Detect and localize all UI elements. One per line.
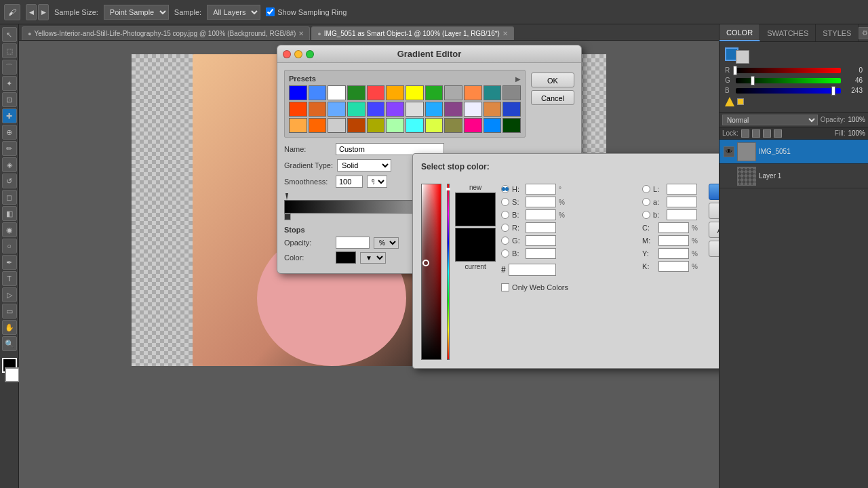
r-slider[interactable] <box>736 68 841 73</box>
h-radio[interactable] <box>501 185 509 193</box>
background-color-swatch[interactable] <box>736 50 749 64</box>
preset-item-27[interactable] <box>347 118 366 133</box>
lasso-tool[interactable]: ⌒ <box>2 60 17 75</box>
preset-item-10[interactable] <box>484 85 502 100</box>
preset-item-20[interactable] <box>444 102 462 117</box>
g-slider-thumb[interactable] <box>751 76 755 85</box>
s-input[interactable]: 0 <box>526 197 556 207</box>
color-swatch[interactable] <box>336 251 356 264</box>
preset-item-32[interactable] <box>444 118 462 133</box>
b-radio[interactable] <box>501 211 509 219</box>
tool-next-icon[interactable]: ▶ <box>38 4 49 20</box>
s-radio[interactable] <box>501 198 509 206</box>
color-arrow-select[interactable]: ▼ <box>360 252 386 264</box>
lock-pixels-icon[interactable] <box>741 129 749 138</box>
type-tool[interactable]: T <box>2 271 17 286</box>
maximize-button[interactable] <box>306 50 314 58</box>
a-radio[interactable] <box>642 198 650 206</box>
path-tool[interactable]: ▷ <box>2 287 17 302</box>
r-radio[interactable] <box>501 224 509 232</box>
r-input[interactable]: 0 <box>526 222 556 233</box>
g-radio[interactable] <box>501 237 509 245</box>
preset-item-19[interactable] <box>425 102 443 117</box>
cp-add-swatches-button[interactable]: Add To Swatches <box>709 222 719 238</box>
eyedropper-tool active[interactable]: ✚ <box>2 108 17 123</box>
layer-item-layer1[interactable]: Layer 1 <box>719 164 868 188</box>
sample-select[interactable]: All Layers <box>207 5 260 20</box>
preset-item-12[interactable] <box>289 102 307 117</box>
h-input[interactable]: 0 <box>526 184 556 195</box>
gradient-type-select[interactable]: Solid <box>337 159 391 171</box>
preset-item-25[interactable] <box>309 118 327 133</box>
r-slider-thumb[interactable] <box>733 66 737 75</box>
color-saturation-field[interactable] <box>421 184 441 360</box>
b2-input[interactable]: 0 <box>526 248 556 259</box>
preset-item-21[interactable] <box>464 102 482 117</box>
preset-item-5[interactable] <box>386 85 404 100</box>
opacity-input[interactable] <box>336 237 370 249</box>
top-stop-left[interactable] <box>285 193 288 200</box>
g-slider[interactable] <box>736 78 841 83</box>
preset-item-29[interactable] <box>386 118 404 133</box>
preset-item-9[interactable] <box>464 85 482 100</box>
current-color-swatch[interactable] <box>455 228 496 262</box>
pen-tool[interactable]: ✒ <box>2 255 17 270</box>
select-tool[interactable]: ⬚ <box>2 43 17 58</box>
l-radio[interactable] <box>642 185 650 193</box>
lock-all-icon[interactable] <box>763 129 771 138</box>
clone-tool[interactable]: ◈ <box>2 157 17 172</box>
dodge-tool[interactable]: ○ <box>2 239 17 253</box>
crop-tool[interactable]: ⊡ <box>2 92 17 107</box>
layer-vis-layer1[interactable] <box>724 171 734 182</box>
preset-item-30[interactable] <box>406 118 424 133</box>
cancel-button[interactable]: Cancel <box>531 90 574 105</box>
preset-item-2[interactable] <box>328 85 346 100</box>
preset-item-7[interactable] <box>425 85 443 100</box>
b3-input[interactable]: 0 <box>667 209 697 220</box>
hand-tool[interactable]: ✋ <box>2 320 17 335</box>
minimize-button[interactable] <box>294 50 302 58</box>
tool-prev-icon[interactable]: ◀ <box>26 4 37 20</box>
b2-radio[interactable] <box>501 249 509 258</box>
web-colors-checkbox[interactable] <box>501 283 509 291</box>
preset-item-4[interactable] <box>367 85 385 100</box>
bottom-stop-left[interactable] <box>284 214 291 220</box>
new-color-swatch[interactable] <box>455 192 496 226</box>
b-input[interactable]: 0 <box>526 209 556 220</box>
a-input[interactable]: 0 <box>667 197 697 207</box>
k-input[interactable]: 90 <box>658 261 689 272</box>
preset-item-13[interactable] <box>309 102 327 117</box>
preset-item-26[interactable] <box>328 118 346 133</box>
ok-button[interactable]: OK <box>531 73 574 87</box>
smoothness-unit-select[interactable]: % <box>367 176 387 188</box>
g-input[interactable]: 0 <box>526 235 556 246</box>
eraser-tool[interactable]: ◻ <box>2 190 17 205</box>
zoom-tool[interactable]: 🔍 <box>2 336 17 351</box>
preset-item-14[interactable] <box>328 102 346 117</box>
preset-item-22[interactable] <box>484 102 502 117</box>
preset-item-31[interactable] <box>425 118 443 133</box>
panel-settings-icon[interactable]: ⚙ <box>859 27 868 39</box>
tab-img5051[interactable]: ● IMG_5051 as Smart Object-1 @ 100% (Lay… <box>311 26 514 40</box>
preset-item-28[interactable] <box>367 118 385 133</box>
b3-radio[interactable] <box>642 211 650 219</box>
lock-position-icon[interactable] <box>752 129 760 138</box>
b-slider-thumb[interactable] <box>831 86 835 96</box>
layers-mode-select[interactable]: Normal <box>722 115 818 125</box>
tab-close-yellows[interactable]: ✕ <box>298 30 304 37</box>
preset-item-15[interactable] <box>347 102 366 117</box>
lock-artboards-icon[interactable] <box>774 129 782 138</box>
tab-styles[interactable]: STYLES <box>816 24 859 41</box>
cp-cancel-button[interactable]: Cancel <box>709 203 719 219</box>
hue-strip[interactable] <box>447 184 450 360</box>
preset-item-23[interactable] <box>502 102 521 117</box>
opacity-select[interactable]: % <box>374 237 399 249</box>
preset-item-33[interactable] <box>464 118 482 133</box>
tab-yellows[interactable]: ● Yellows-Interior-and-Still-Life-Photog… <box>22 26 310 40</box>
preset-item-8[interactable] <box>444 85 462 100</box>
tab-close-img5051[interactable]: ✕ <box>502 30 508 37</box>
shape-tool[interactable]: ▭ <box>2 304 17 319</box>
preset-item-0[interactable] <box>289 85 307 100</box>
move-tool[interactable]: ↖ <box>2 27 17 42</box>
tab-color[interactable]: COLOR <box>719 24 760 41</box>
